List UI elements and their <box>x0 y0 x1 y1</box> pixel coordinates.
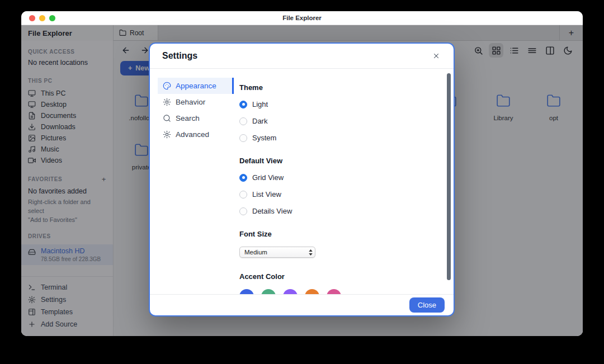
radio-grid-view[interactable]: Grid View <box>239 173 438 182</box>
radio-list-view[interactable]: List View <box>239 190 438 198</box>
gear-icon <box>163 130 171 139</box>
radio-theme-system[interactable]: System <box>239 134 438 142</box>
modal-header: Settings <box>150 44 454 69</box>
accent-swatch-purple[interactable] <box>283 289 298 294</box>
close-button[interactable]: Close <box>409 297 445 313</box>
nav-item-behavior[interactable]: Behavior <box>158 94 234 110</box>
desktop-background: File Explorer File Explorer Root + QUICK… <box>0 0 604 364</box>
accent-color-row <box>239 289 438 294</box>
accent-swatch-pink[interactable] <box>327 289 341 294</box>
radio-icon <box>239 101 247 108</box>
radio-theme-light[interactable]: Light <box>239 100 438 108</box>
radio-theme-dark[interactable]: Dark <box>239 117 438 125</box>
radio-icon <box>239 117 247 125</box>
select-stepper-icon <box>308 249 313 256</box>
traffic-lights <box>29 11 55 25</box>
window-title: File Explorer <box>282 15 322 21</box>
settings-nav: Appearance Behavior Search Advanced <box>150 69 234 294</box>
accent-swatch-orange[interactable] <box>305 289 319 294</box>
settings-modal: Settings Appearance Behavior <box>149 42 455 316</box>
window-titlebar: File Explorer <box>21 11 583 25</box>
radio-icon <box>239 174 247 182</box>
settings-content: Theme Light Dark System Default View <box>234 69 454 294</box>
accent-color-section-title: Accent Color <box>239 272 438 281</box>
app-window: File Explorer File Explorer Root + QUICK… <box>21 11 583 336</box>
nav-item-search[interactable]: Search <box>158 110 234 126</box>
radio-icon <box>239 134 247 142</box>
close-icon[interactable] <box>431 51 441 61</box>
accent-swatch-green[interactable] <box>261 289 276 294</box>
radio-icon <box>239 191 247 198</box>
close-window-button[interactable] <box>29 15 35 21</box>
search-icon <box>163 114 171 122</box>
radio-icon <box>239 207 247 215</box>
minimize-window-button[interactable] <box>39 15 45 21</box>
modal-scrollbar[interactable] <box>447 73 451 280</box>
nav-item-advanced[interactable]: Advanced <box>158 126 234 143</box>
default-view-section-title: Default View <box>239 157 438 165</box>
modal-title: Settings <box>162 51 197 61</box>
zoom-window-button[interactable] <box>49 15 55 21</box>
theme-section-title: Theme <box>239 83 438 92</box>
nav-item-appearance[interactable]: Appearance <box>158 78 234 94</box>
modal-body: Appearance Behavior Search Advanced <box>150 69 454 294</box>
palette-icon <box>163 82 171 90</box>
accent-swatch-blue[interactable] <box>239 289 254 294</box>
modal-footer: Close <box>150 294 454 315</box>
radio-details-view[interactable]: Details View <box>239 207 438 215</box>
font-size-section-title: Font Size <box>239 230 438 238</box>
gear-icon <box>163 98 171 106</box>
font-size-select[interactable]: Medium <box>239 247 315 258</box>
